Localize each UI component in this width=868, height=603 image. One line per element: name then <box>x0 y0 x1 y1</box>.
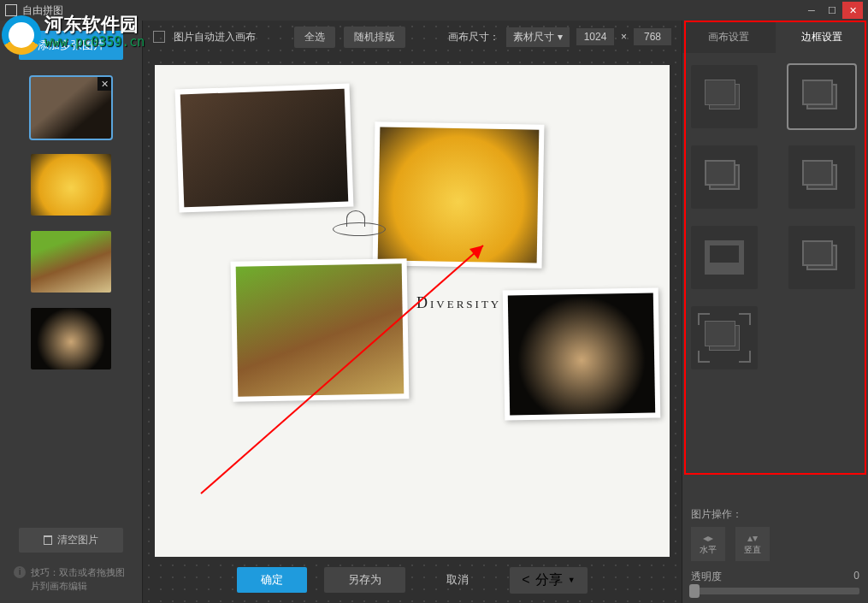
frame-style-none[interactable] <box>691 65 758 128</box>
share-label: 分享 <box>535 571 563 589</box>
share-button[interactable]: < 分享 ▼ <box>510 567 587 594</box>
size-label: 画布尺寸： <box>448 30 499 44</box>
thumbnail-item[interactable] <box>31 231 111 293</box>
thumbnail-item[interactable] <box>31 308 111 369</box>
canvas-photo[interactable] <box>175 83 354 212</box>
thumbnail-image <box>31 154 111 216</box>
thumbnail-delete-icon[interactable]: ✕ <box>97 77 111 91</box>
watermark-logo-icon <box>2 15 41 55</box>
ok-button[interactable]: 确定 <box>237 567 307 593</box>
thumbnail-item[interactable]: ✕ <box>31 77 111 139</box>
flip-horizontal-button[interactable]: ◂▸ 水平 <box>691 527 725 561</box>
clear-label: 清空图片 <box>57 533 98 547</box>
frame-style-simple[interactable] <box>788 65 855 128</box>
tip-row: i 技巧：双击或者拖拽图片到画布编辑 <box>0 561 142 603</box>
frame-style-shadow[interactable] <box>788 145 855 209</box>
size-mode-select[interactable]: 素材尺寸 ▾ <box>506 27 570 47</box>
tab-canvas-settings[interactable]: 画布设置 <box>682 21 776 53</box>
tip-text: 技巧：双击或者拖拽图片到画布编辑 <box>31 566 128 593</box>
right-tabs: 画布设置 边框设置 <box>682 21 868 53</box>
size-sep: × <box>621 31 627 43</box>
collage-canvas[interactable]: Diversity <box>155 65 670 557</box>
trash-icon <box>44 535 52 545</box>
thumbnail-list[interactable]: ✕ <box>0 70 142 519</box>
flip-v-icon: ▴▾ <box>747 533 758 543</box>
frame-style-thick[interactable] <box>691 145 758 209</box>
maximize-button[interactable]: ☐ <box>822 2 842 19</box>
cancel-button[interactable]: 取消 <box>422 567 493 593</box>
watermark: 河东软件园 www.pc0359.cn <box>2 15 145 55</box>
info-icon: i <box>14 566 26 578</box>
thumbnail-image <box>31 231 111 293</box>
watermark-brand: 河东软件园 <box>44 15 145 34</box>
thumbnail-image <box>31 308 111 369</box>
frame-style-corners[interactable] <box>691 306 758 369</box>
auto-enter-label: 图片自动进入画布 <box>174 30 256 44</box>
photo-image <box>180 89 348 208</box>
photo-image <box>508 293 655 416</box>
minimize-button[interactable]: ─ <box>801 2 822 19</box>
annotation-arrow <box>184 237 492 505</box>
select-all-button[interactable]: 全选 <box>294 27 335 48</box>
share-icon: < <box>522 572 529 588</box>
canvas-size-control: 画布尺寸： 素材尺寸 ▾ 1024 × 768 <box>448 27 671 47</box>
top-toolbar: 图片自动进入画布 全选 随机排版 画布尺寸： 素材尺寸 ▾ 1024 × 768 <box>143 21 682 53</box>
tab-frame-settings[interactable]: 边框设置 <box>776 21 869 53</box>
save-as-button[interactable]: 另存为 <box>324 567 405 593</box>
window-controls: ─ ☐ ✕ <box>801 2 863 19</box>
chevron-down-icon: ▼ <box>568 576 576 584</box>
app-icon <box>5 4 17 16</box>
right-panel: 画布设置 边框设置 图片操作： ◂▸ 水平 ▴▾ 竖直 <box>682 21 868 603</box>
random-layout-button[interactable]: 随机排版 <box>344 27 405 48</box>
bottom-bar: 确定 另存为 取消 < 分享 ▼ <box>143 557 682 603</box>
size-mode-value: 素材尺寸 <box>513 30 554 44</box>
frame-style-stack[interactable] <box>788 226 855 289</box>
thumbnail-item[interactable] <box>31 154 111 216</box>
slider-knob[interactable] <box>689 584 700 598</box>
opacity-label: 透明度 <box>691 570 722 584</box>
watermark-url: www.pc0359.cn <box>44 34 145 50</box>
flip-vertical-button[interactable]: ▴▾ 竖直 <box>735 527 770 561</box>
auto-enter-checkbox[interactable] <box>153 31 165 43</box>
center-area: 图片自动进入画布 全选 随机排版 画布尺寸： 素材尺寸 ▾ 1024 × 768 <box>143 21 682 603</box>
frame-style-polaroid[interactable] <box>691 226 758 289</box>
width-input[interactable]: 1024 <box>576 28 614 45</box>
opacity-slider[interactable] <box>691 588 859 594</box>
svg-line-0 <box>201 245 483 494</box>
image-ops: ◂▸ 水平 ▴▾ 竖直 <box>682 527 868 570</box>
clear-images-button[interactable]: 清空图片 <box>19 528 123 553</box>
image-ops-title: 图片操作： <box>682 507 868 527</box>
flip-v-label: 竖直 <box>744 544 761 556</box>
frame-settings-area <box>682 53 868 381</box>
flip-h-label: 水平 <box>700 544 717 556</box>
opacity-control: 透明度 0 <box>682 570 868 603</box>
opacity-value: 0 <box>853 570 859 584</box>
chevron-down-icon: ▾ <box>558 31 563 43</box>
svg-marker-1 <box>469 245 483 259</box>
canvas-photo[interactable] <box>503 287 661 420</box>
left-panel: 添加多张图片 ✕ 清空图片 i 技巧：双击或者拖拽图片到画布编辑 <box>0 21 143 603</box>
height-input[interactable]: 768 <box>634 28 671 45</box>
close-button[interactable]: ✕ <box>842 2 863 19</box>
flip-h-icon: ◂▸ <box>703 533 713 543</box>
